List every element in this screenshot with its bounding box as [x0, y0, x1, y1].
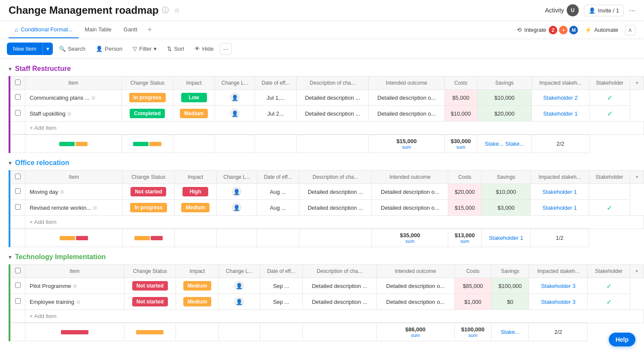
- item-name-cell: Staff upskilling ⊕: [25, 106, 122, 122]
- add-item-label[interactable]: + Add Item: [25, 216, 644, 229]
- impact-cell[interactable]: High: [174, 184, 216, 200]
- change-status-cell[interactable]: In progress: [122, 200, 174, 216]
- select-all-checkbox[interactable]: [15, 80, 21, 85]
- change-lead-cell[interactable]: 👤: [219, 294, 260, 310]
- table-row: Employee training ⊕Not startedMedium👤Sep…: [11, 294, 644, 310]
- change-status-cell[interactable]: Not started: [124, 294, 176, 310]
- outcome-cell: Detailed description o...: [372, 184, 448, 200]
- person-avatar: 👤: [230, 109, 240, 118]
- main-content: ▾ Staff Restructure ItemChange StatusImp…: [0, 59, 644, 350]
- change-lead-cell[interactable]: 👤: [215, 90, 255, 106]
- add-sub-item-icon[interactable]: ⊕: [91, 95, 96, 101]
- select-all-checkbox[interactable]: [15, 268, 21, 273]
- help-button[interactable]: Help: [609, 333, 635, 346]
- change-status-cell[interactable]: Not started: [124, 278, 176, 294]
- stakeholder-link[interactable]: Stakeholder 3: [541, 299, 575, 305]
- col-header-costs: Costs: [448, 171, 481, 184]
- row-checkbox[interactable]: [15, 282, 21, 288]
- add-sub-item-icon[interactable]: ⊕: [76, 299, 81, 305]
- stakeholder-link[interactable]: Stakeholder 1: [543, 110, 577, 117]
- impact-cell[interactable]: Medium: [173, 106, 215, 122]
- invite-button[interactable]: 👤 Invite / 1: [584, 5, 624, 16]
- add-sub-item-icon[interactable]: ⊕: [67, 110, 72, 117]
- add-column-button[interactable]: +: [630, 77, 644, 90]
- change-lead-cell[interactable]: 👤: [216, 184, 257, 200]
- info-icon[interactable]: ⓘ: [162, 6, 170, 15]
- change-lead-cell[interactable]: 👤: [215, 106, 255, 122]
- integrate-button[interactable]: ⟲ Integrate Z + M: [517, 26, 578, 34]
- change-lead-cell[interactable]: 👤: [219, 278, 260, 294]
- more-tools-button[interactable]: ···: [220, 43, 232, 55]
- stakeholder-link[interactable]: Stakeholder 2: [543, 95, 577, 101]
- stakeholder-link[interactable]: Stakeholder 1: [542, 189, 577, 195]
- impact-cell[interactable]: Medium: [174, 200, 216, 216]
- integration-icon-1: Z: [549, 26, 557, 34]
- add-item-row[interactable]: + Add Item: [11, 310, 644, 323]
- change-status-cell[interactable]: Completed: [122, 106, 173, 122]
- tab-main-table[interactable]: Main Table: [79, 22, 118, 38]
- star-icon[interactable]: ☆: [174, 6, 182, 15]
- row-checkbox[interactable]: [15, 298, 21, 304]
- check-icon: ✓: [607, 204, 612, 211]
- status-badge: Not started: [132, 281, 168, 291]
- tab-gantt-label: Gantt: [124, 26, 137, 33]
- add-sub-item-icon[interactable]: ⊕: [93, 205, 97, 211]
- row-checkbox[interactable]: [15, 204, 21, 210]
- add-column-button[interactable]: +: [630, 171, 644, 184]
- check-cell: ✓: [589, 106, 630, 122]
- costs-cell: $1,000: [454, 294, 492, 310]
- summary-count: 2/2: [529, 323, 588, 341]
- add-tab-button[interactable]: +: [143, 21, 157, 39]
- person-button[interactable]: 👤 Person: [91, 43, 127, 55]
- change-lead-cell[interactable]: 👤: [216, 200, 257, 216]
- collapse-button[interactable]: ∧: [625, 25, 635, 35]
- status-badge: Completed: [130, 109, 165, 118]
- new-item-button[interactable]: New Item ▾: [7, 43, 53, 55]
- summary-stakeholder-link[interactable]: Stake...: [501, 329, 519, 335]
- automate-button[interactable]: ⚡ Automate: [585, 27, 618, 33]
- item-name-cell: Moving day ⊕: [25, 184, 123, 200]
- sort-icon: ⇅: [167, 46, 172, 52]
- tab-conditional-format[interactable]: ⌂ Conditional Format...: [9, 22, 79, 38]
- summary-stakeholder-link[interactable]: Stake...: [505, 141, 524, 147]
- change-status-cell[interactable]: Not started: [122, 184, 174, 200]
- tab-gantt[interactable]: Gantt: [118, 22, 143, 38]
- add-item-label[interactable]: + Add Item: [25, 310, 644, 323]
- col-header-descriptionofcha: Description of cha...: [299, 171, 372, 184]
- add-column-button[interactable]: +: [630, 265, 644, 278]
- status-bar: [61, 330, 88, 334]
- impact-cell[interactable]: Low: [173, 90, 215, 106]
- hide-button[interactable]: 👁 Hide: [190, 43, 218, 55]
- more-options-button[interactable]: ···: [629, 6, 635, 15]
- new-item-caret[interactable]: ▾: [43, 43, 53, 55]
- summary-stakeholders: Stake...: [492, 323, 529, 341]
- col-header-impact: Impact: [173, 77, 215, 90]
- stakeholder-link[interactable]: Stakeholder 1: [542, 205, 577, 211]
- summary-stakeholder-link[interactable]: Stake...: [485, 141, 504, 147]
- select-all-checkbox[interactable]: [15, 174, 21, 179]
- costs-sum-value: $15,000: [396, 138, 416, 144]
- row-checkbox[interactable]: [15, 110, 21, 116]
- search-button[interactable]: 🔍 Search: [55, 43, 90, 55]
- section-chevron-tech[interactable]: ▾: [9, 254, 12, 260]
- section-title-office: Office relocation: [15, 159, 69, 167]
- impact-cell[interactable]: Medium: [176, 294, 219, 310]
- add-item-row[interactable]: + Add Item: [11, 122, 644, 135]
- stakeholder-link[interactable]: Stakeholder 3: [541, 283, 575, 289]
- filter-button[interactable]: ▽ Filter ▾: [128, 43, 161, 55]
- summary-stakeholder-link[interactable]: Stakeholder 1: [489, 235, 523, 241]
- sort-button[interactable]: ⇅ Sort: [163, 43, 188, 55]
- impact-cell[interactable]: Medium: [176, 278, 219, 294]
- add-sub-item-icon[interactable]: ⊕: [73, 283, 77, 289]
- add-item-row[interactable]: + Add Item: [11, 216, 644, 229]
- add-sub-item-icon[interactable]: ⊕: [60, 189, 64, 195]
- summary-bars-impact: [124, 323, 176, 341]
- add-item-label[interactable]: + Add Item: [25, 122, 644, 135]
- activity-button[interactable]: Activity U: [545, 4, 579, 16]
- summary-change-lead: [173, 135, 215, 153]
- section-chevron-office[interactable]: ▾: [9, 159, 12, 166]
- row-checkbox[interactable]: [15, 94, 21, 100]
- section-chevron-staff[interactable]: ▾: [9, 65, 12, 72]
- row-checkbox[interactable]: [15, 188, 21, 194]
- change-status-cell[interactable]: In progress: [122, 90, 173, 106]
